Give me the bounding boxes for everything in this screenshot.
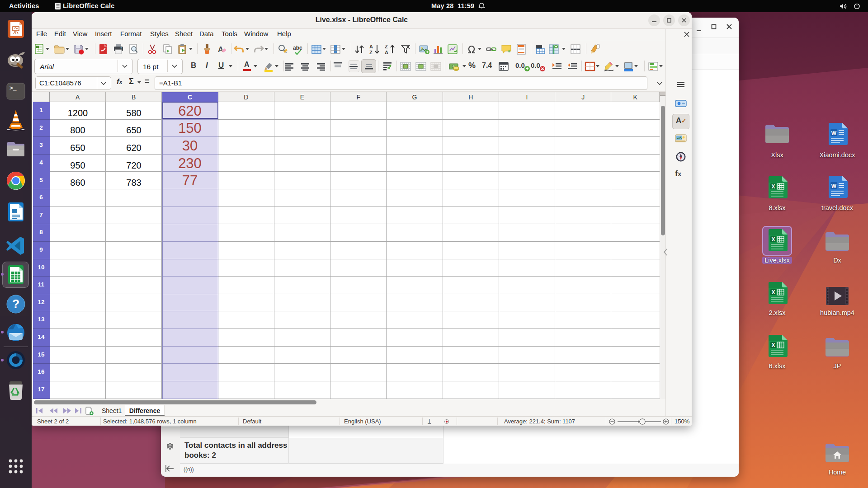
svg-text:>_: >_ [9,85,17,92]
svg-text:Z: Z [385,44,388,49]
svg-text:A: A [218,45,223,54]
svg-text:W: W [831,183,837,189]
svg-text:X: X [771,236,775,243]
svg-text:A: A [369,44,373,49]
svg-text:?: ? [12,297,20,311]
svg-text:abc: abc [293,45,302,51]
svg-text:A: A [385,50,388,55]
svg-text:X: X [771,183,775,190]
svg-text:X: X [771,342,775,348]
svg-text:W: W [831,130,837,136]
svg-text:X: X [771,289,775,296]
svg-text:Z: Z [369,50,373,55]
